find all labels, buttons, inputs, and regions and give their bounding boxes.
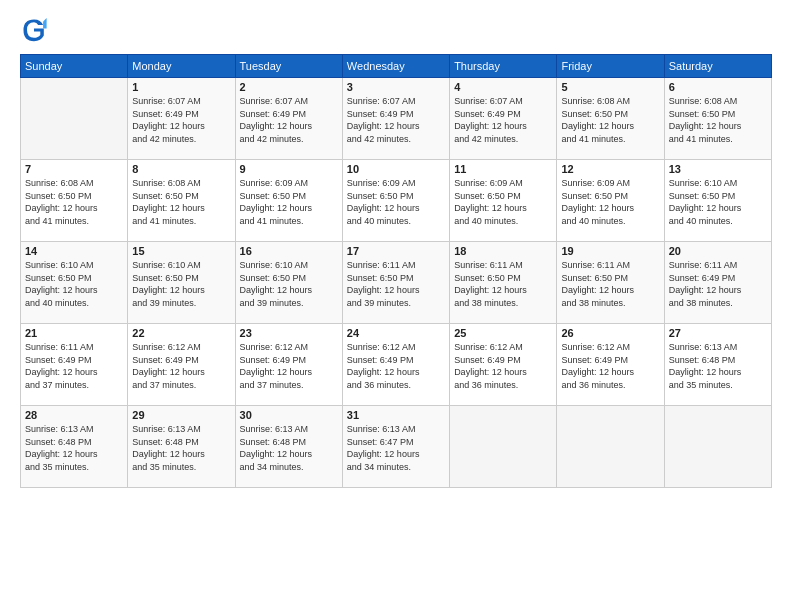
calendar-cell: 6Sunrise: 6:08 AMSunset: 6:50 PMDaylight… [664,78,771,160]
day-number: 31 [347,409,445,421]
day-info: Sunrise: 6:10 AMSunset: 6:50 PMDaylight:… [240,259,338,309]
calendar-cell: 31Sunrise: 6:13 AMSunset: 6:47 PMDayligh… [342,406,449,488]
day-number: 1 [132,81,230,93]
calendar-cell: 9Sunrise: 6:09 AMSunset: 6:50 PMDaylight… [235,160,342,242]
day-number: 14 [25,245,123,257]
calendar-cell: 2Sunrise: 6:07 AMSunset: 6:49 PMDaylight… [235,78,342,160]
day-info: Sunrise: 6:13 AMSunset: 6:48 PMDaylight:… [240,423,338,473]
day-info: Sunrise: 6:08 AMSunset: 6:50 PMDaylight:… [561,95,659,145]
day-number: 5 [561,81,659,93]
day-info: Sunrise: 6:07 AMSunset: 6:49 PMDaylight:… [240,95,338,145]
header-day-saturday: Saturday [664,55,771,78]
day-number: 13 [669,163,767,175]
day-number: 25 [454,327,552,339]
calendar-cell: 20Sunrise: 6:11 AMSunset: 6:49 PMDayligh… [664,242,771,324]
day-info: Sunrise: 6:13 AMSunset: 6:48 PMDaylight:… [669,341,767,391]
day-info: Sunrise: 6:09 AMSunset: 6:50 PMDaylight:… [454,177,552,227]
week-row-3: 14Sunrise: 6:10 AMSunset: 6:50 PMDayligh… [21,242,772,324]
day-info: Sunrise: 6:13 AMSunset: 6:47 PMDaylight:… [347,423,445,473]
day-info: Sunrise: 6:09 AMSunset: 6:50 PMDaylight:… [561,177,659,227]
day-number: 19 [561,245,659,257]
calendar-cell: 10Sunrise: 6:09 AMSunset: 6:50 PMDayligh… [342,160,449,242]
calendar-body: 1Sunrise: 6:07 AMSunset: 6:49 PMDaylight… [21,78,772,488]
calendar-cell: 13Sunrise: 6:10 AMSunset: 6:50 PMDayligh… [664,160,771,242]
day-info: Sunrise: 6:10 AMSunset: 6:50 PMDaylight:… [132,259,230,309]
header-day-thursday: Thursday [450,55,557,78]
calendar-cell: 25Sunrise: 6:12 AMSunset: 6:49 PMDayligh… [450,324,557,406]
calendar-cell: 5Sunrise: 6:08 AMSunset: 6:50 PMDaylight… [557,78,664,160]
day-number: 10 [347,163,445,175]
calendar-cell [450,406,557,488]
day-number: 29 [132,409,230,421]
day-info: Sunrise: 6:13 AMSunset: 6:48 PMDaylight:… [132,423,230,473]
calendar-cell: 14Sunrise: 6:10 AMSunset: 6:50 PMDayligh… [21,242,128,324]
day-number: 8 [132,163,230,175]
calendar-cell: 24Sunrise: 6:12 AMSunset: 6:49 PMDayligh… [342,324,449,406]
day-info: Sunrise: 6:09 AMSunset: 6:50 PMDaylight:… [347,177,445,227]
header-day-sunday: Sunday [21,55,128,78]
day-info: Sunrise: 6:12 AMSunset: 6:49 PMDaylight:… [132,341,230,391]
day-info: Sunrise: 6:08 AMSunset: 6:50 PMDaylight:… [669,95,767,145]
day-info: Sunrise: 6:12 AMSunset: 6:49 PMDaylight:… [347,341,445,391]
day-info: Sunrise: 6:11 AMSunset: 6:49 PMDaylight:… [669,259,767,309]
day-number: 3 [347,81,445,93]
calendar-cell: 28Sunrise: 6:13 AMSunset: 6:48 PMDayligh… [21,406,128,488]
header-row: SundayMondayTuesdayWednesdayThursdayFrid… [21,55,772,78]
day-number: 24 [347,327,445,339]
header-day-friday: Friday [557,55,664,78]
day-info: Sunrise: 6:13 AMSunset: 6:48 PMDaylight:… [25,423,123,473]
calendar-cell: 15Sunrise: 6:10 AMSunset: 6:50 PMDayligh… [128,242,235,324]
day-number: 28 [25,409,123,421]
day-number: 15 [132,245,230,257]
header-day-wednesday: Wednesday [342,55,449,78]
week-row-1: 1Sunrise: 6:07 AMSunset: 6:49 PMDaylight… [21,78,772,160]
calendar-cell [557,406,664,488]
calendar-cell: 4Sunrise: 6:07 AMSunset: 6:49 PMDaylight… [450,78,557,160]
calendar-cell: 22Sunrise: 6:12 AMSunset: 6:49 PMDayligh… [128,324,235,406]
week-row-2: 7Sunrise: 6:08 AMSunset: 6:50 PMDaylight… [21,160,772,242]
day-info: Sunrise: 6:09 AMSunset: 6:50 PMDaylight:… [240,177,338,227]
calendar-cell: 23Sunrise: 6:12 AMSunset: 6:49 PMDayligh… [235,324,342,406]
day-number: 27 [669,327,767,339]
day-info: Sunrise: 6:12 AMSunset: 6:49 PMDaylight:… [454,341,552,391]
day-number: 23 [240,327,338,339]
calendar-cell: 21Sunrise: 6:11 AMSunset: 6:49 PMDayligh… [21,324,128,406]
day-number: 6 [669,81,767,93]
calendar-cell: 29Sunrise: 6:13 AMSunset: 6:48 PMDayligh… [128,406,235,488]
day-number: 2 [240,81,338,93]
day-number: 30 [240,409,338,421]
day-number: 22 [132,327,230,339]
header-day-monday: Monday [128,55,235,78]
calendar-cell: 3Sunrise: 6:07 AMSunset: 6:49 PMDaylight… [342,78,449,160]
calendar-cell: 7Sunrise: 6:08 AMSunset: 6:50 PMDaylight… [21,160,128,242]
day-info: Sunrise: 6:11 AMSunset: 6:49 PMDaylight:… [25,341,123,391]
day-info: Sunrise: 6:11 AMSunset: 6:50 PMDaylight:… [347,259,445,309]
calendar-cell [21,78,128,160]
day-number: 4 [454,81,552,93]
day-info: Sunrise: 6:12 AMSunset: 6:49 PMDaylight:… [240,341,338,391]
day-number: 26 [561,327,659,339]
calendar-cell: 18Sunrise: 6:11 AMSunset: 6:50 PMDayligh… [450,242,557,324]
logo [20,16,52,44]
day-info: Sunrise: 6:07 AMSunset: 6:49 PMDaylight:… [454,95,552,145]
calendar-cell: 16Sunrise: 6:10 AMSunset: 6:50 PMDayligh… [235,242,342,324]
day-number: 12 [561,163,659,175]
calendar-cell: 30Sunrise: 6:13 AMSunset: 6:48 PMDayligh… [235,406,342,488]
calendar-cell: 27Sunrise: 6:13 AMSunset: 6:48 PMDayligh… [664,324,771,406]
calendar-header: SundayMondayTuesdayWednesdayThursdayFrid… [21,55,772,78]
day-info: Sunrise: 6:08 AMSunset: 6:50 PMDaylight:… [132,177,230,227]
calendar-cell: 17Sunrise: 6:11 AMSunset: 6:50 PMDayligh… [342,242,449,324]
day-info: Sunrise: 6:12 AMSunset: 6:49 PMDaylight:… [561,341,659,391]
calendar-cell: 8Sunrise: 6:08 AMSunset: 6:50 PMDaylight… [128,160,235,242]
page: SundayMondayTuesdayWednesdayThursdayFrid… [0,0,792,612]
day-number: 7 [25,163,123,175]
calendar-cell: 26Sunrise: 6:12 AMSunset: 6:49 PMDayligh… [557,324,664,406]
header-day-tuesday: Tuesday [235,55,342,78]
day-info: Sunrise: 6:08 AMSunset: 6:50 PMDaylight:… [25,177,123,227]
day-info: Sunrise: 6:11 AMSunset: 6:50 PMDaylight:… [454,259,552,309]
day-number: 17 [347,245,445,257]
header [20,16,772,44]
logo-icon [20,16,48,44]
calendar-table: SundayMondayTuesdayWednesdayThursdayFrid… [20,54,772,488]
day-info: Sunrise: 6:10 AMSunset: 6:50 PMDaylight:… [25,259,123,309]
